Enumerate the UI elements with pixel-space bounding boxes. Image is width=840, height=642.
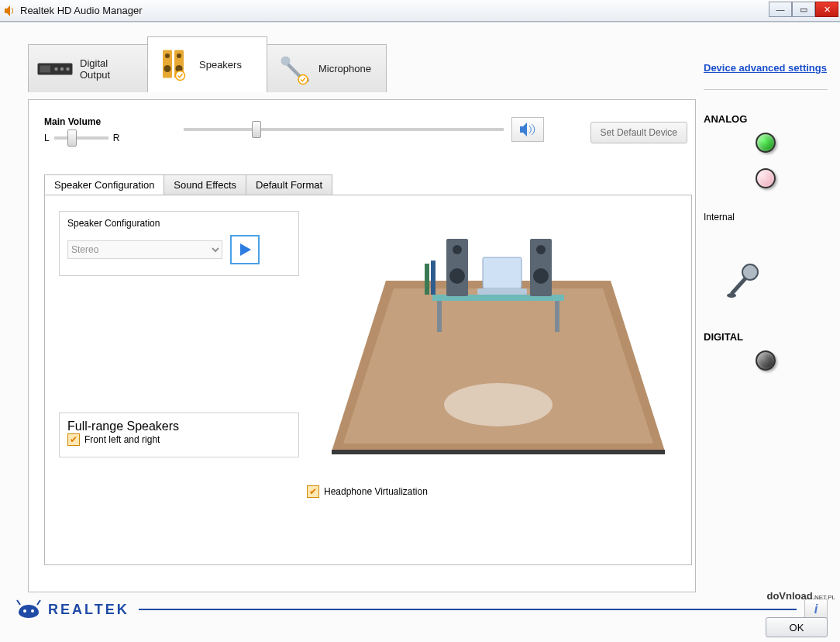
svg-point-7 — [165, 54, 170, 58]
speaker-mode-select[interactable]: Stereo — [67, 240, 222, 259]
svg-point-28 — [533, 268, 549, 284]
checkbox-icon — [67, 433, 80, 446]
checkbox-label: Headphone Virtualization — [324, 486, 428, 497]
svg-rect-22 — [477, 288, 527, 295]
svg-point-17 — [444, 383, 553, 426]
tab-speakers[interactable]: Speakers — [147, 36, 267, 92]
tab-label: Microphone — [318, 63, 371, 74]
divider — [704, 89, 828, 90]
ok-button[interactable]: OK — [766, 617, 828, 637]
svg-point-35 — [31, 609, 34, 613]
speaker-room-illustration — [316, 203, 680, 471]
svg-rect-30 — [431, 261, 435, 295]
speakers-page: Main Volume L R Set Default Device Speak… — [28, 99, 696, 592]
window-title: Realtek HD Audio Manager — [20, 5, 143, 16]
svg-rect-20 — [555, 301, 559, 332]
download-watermark: doVnload.NET.PL — [766, 590, 835, 602]
svg-rect-19 — [437, 301, 442, 332]
sidebar: Device advanced settings ANALOG Internal… — [704, 61, 828, 394]
minimize-button[interactable]: — — [769, 2, 792, 17]
svg-point-27 — [536, 245, 546, 254]
realtek-logo: REALTEK — [15, 599, 129, 620]
analog-section-label: ANALOG — [704, 113, 828, 125]
tab-label: Digital Output — [80, 57, 139, 81]
tab-microphone[interactable]: Microphone — [267, 44, 387, 92]
maximize-button[interactable]: ▭ — [792, 2, 815, 17]
subtab-default-format[interactable]: Default Format — [246, 174, 332, 195]
svg-point-9 — [164, 65, 171, 72]
microphone-icon — [275, 52, 312, 86]
svg-rect-21 — [483, 257, 522, 288]
svg-rect-1 — [40, 65, 51, 72]
digital-jack[interactable] — [756, 350, 776, 371]
svg-point-32 — [742, 264, 758, 280]
close-button[interactable]: ✕ — [815, 2, 838, 17]
svg-point-34 — [23, 609, 26, 613]
tab-label: Speakers — [199, 59, 242, 71]
play-icon — [237, 242, 253, 257]
headphone-virtualization-checkbox[interactable]: Headphone Virtualization — [307, 485, 428, 498]
set-default-device-button[interactable]: Set Default Device — [590, 122, 687, 143]
titlebar: Realtek HD Audio Manager — ▭ ✕ — [0, 0, 840, 22]
full-range-speakers-label: Full-range Speakers — [67, 419, 291, 433]
svg-point-2 — [54, 67, 58, 71]
subtab-speaker-configuration[interactable]: Speaker Configuration — [44, 174, 164, 195]
checkbox-label: Front left and right — [84, 434, 160, 445]
digital-output-icon — [36, 52, 74, 86]
balance-slider[interactable] — [54, 136, 108, 140]
svg-point-24 — [453, 245, 462, 254]
main-volume-title: Main Volume — [44, 116, 101, 127]
svg-point-25 — [449, 268, 465, 284]
tab-digital-output[interactable]: Digital Output — [28, 44, 148, 92]
digital-section-label: DIGITAL — [704, 331, 828, 343]
svg-rect-31 — [332, 450, 665, 454]
device-advanced-settings-link[interactable]: Device advanced settings — [704, 61, 828, 75]
svg-point-11 — [176, 71, 185, 80]
brand-text: REALTEK — [48, 602, 129, 618]
balance-left-label: L — [44, 133, 50, 143]
divider — [139, 609, 797, 610]
speakers-icon — [156, 48, 193, 82]
internal-section-label: Internal — [704, 212, 828, 223]
realtek-crab-icon — [15, 599, 42, 620]
front-left-right-checkbox[interactable]: Front left and right — [67, 433, 291, 446]
balance-right-label: R — [113, 133, 120, 143]
svg-point-33 — [727, 293, 736, 298]
sound-on-icon — [518, 122, 537, 137]
volume-slider[interactable] — [184, 128, 504, 131]
svg-rect-29 — [425, 264, 429, 295]
subtab-sound-effects[interactable]: Sound Effects — [164, 174, 246, 195]
svg-point-3 — [60, 67, 64, 71]
svg-point-14 — [298, 74, 308, 84]
internal-mic-icon[interactable] — [725, 261, 764, 300]
speaker-configuration-label: Speaker Configuration — [67, 218, 291, 229]
analog-jack-pink[interactable] — [756, 168, 776, 188]
test-play-button[interactable] — [230, 235, 260, 264]
mute-button[interactable] — [511, 117, 544, 142]
checkbox-icon — [307, 485, 319, 498]
svg-point-4 — [66, 67, 70, 71]
speaker-configuration-panel: Speaker Configuration Stereo Full-range … — [44, 195, 692, 565]
speaker-app-icon — [3, 5, 15, 17]
analog-jack-green[interactable] — [756, 133, 776, 153]
svg-point-8 — [177, 54, 181, 58]
